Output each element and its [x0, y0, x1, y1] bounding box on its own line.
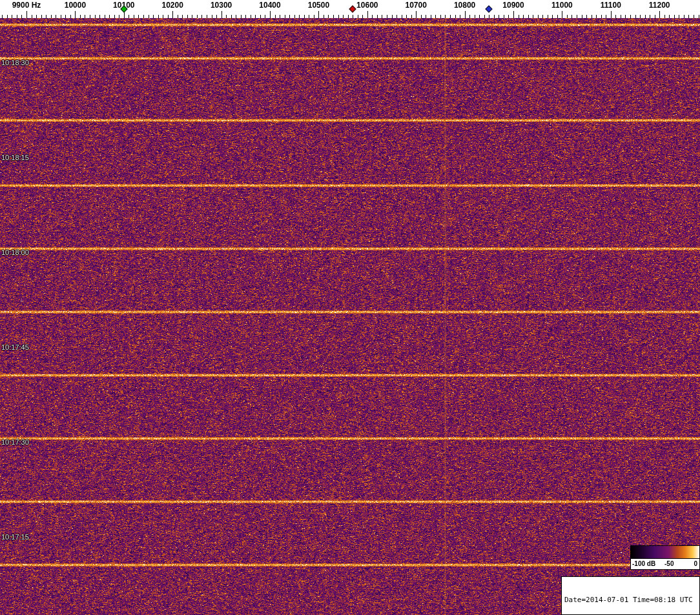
freq-axis-tick	[655, 15, 655, 18]
freq-axis-tick	[382, 15, 382, 18]
freq-axis-tick	[489, 15, 489, 18]
freq-axis-tick	[630, 15, 631, 18]
freq-axis-tick	[377, 15, 378, 18]
freq-axis-tick	[567, 15, 568, 18]
freq-axis-tick	[221, 11, 222, 18]
freq-axis-tick	[684, 15, 685, 18]
freq-axis-label: 10700	[406, 1, 427, 10]
legend-min-label: -100 dB	[632, 560, 655, 567]
freq-axis-tick	[158, 15, 159, 18]
freq-axis-tick	[699, 15, 699, 18]
freq-axis-tick	[367, 11, 368, 18]
freq-axis-tick	[7, 15, 8, 18]
freq-axis-tick	[149, 15, 149, 18]
freq-axis-tick	[280, 15, 280, 18]
freq-axis-tick	[168, 15, 169, 18]
freq-axis-tick	[201, 15, 202, 18]
freq-axis-tick	[99, 15, 100, 18]
freq-axis-tick	[475, 15, 475, 18]
freq-axis-tick	[236, 15, 236, 18]
freq-axis-tick	[411, 15, 412, 18]
freq-axis-tick	[304, 15, 305, 18]
freq-axis-tick	[538, 15, 539, 18]
freq-axis-tick	[640, 15, 641, 18]
freq-axis-label: 10500	[308, 1, 329, 10]
freq-axis-tick	[494, 15, 495, 18]
red-diamond-marker[interactable]	[349, 5, 356, 12]
freq-axis-tick	[621, 15, 621, 18]
freq-axis-tick	[314, 15, 314, 18]
freq-axis-tick	[557, 15, 558, 18]
frequency-axis: 9900 Hz100001010010200103001040010500106…	[0, 0, 700, 18]
freq-axis-tick	[528, 15, 529, 18]
freq-axis-tick	[455, 15, 456, 18]
freq-axis-label: 10900	[502, 1, 524, 10]
freq-axis-tick	[421, 15, 422, 18]
freq-axis-tick	[606, 15, 606, 18]
freq-axis-tick	[650, 15, 650, 18]
freq-axis-tick	[592, 15, 592, 18]
freq-axis-tick	[245, 15, 246, 18]
freq-axis-tick	[260, 15, 261, 18]
freq-axis-tick	[445, 15, 446, 18]
freq-axis-tick	[645, 15, 646, 18]
freq-axis-tick	[21, 15, 22, 18]
freq-axis-tick	[26, 11, 27, 18]
freq-axis-tick	[17, 15, 17, 18]
freq-axis-tick	[669, 15, 670, 18]
freq-axis-tick	[465, 11, 466, 18]
freq-axis-tick	[542, 15, 543, 18]
freq-axis-tick	[372, 15, 373, 18]
freq-axis-tick	[348, 15, 349, 18]
freq-axis-tick	[294, 15, 295, 18]
freq-axis-tick	[601, 15, 602, 18]
freq-axis-tick	[109, 15, 110, 18]
freq-axis-tick	[435, 15, 436, 18]
freq-axis-tick	[387, 15, 387, 18]
freq-axis-label: 10200	[162, 1, 183, 10]
freq-axis-label: 10600	[356, 1, 378, 10]
freq-axis-tick	[178, 15, 178, 18]
freq-axis-tick	[353, 15, 353, 18]
freq-axis-label: 10300	[211, 1, 232, 10]
freq-axis-tick	[212, 15, 212, 18]
freq-axis-tick	[285, 15, 285, 18]
freq-axis-tick	[143, 15, 144, 18]
freq-axis-tick	[508, 15, 509, 18]
freq-axis-tick	[270, 11, 271, 18]
freq-axis-tick	[85, 15, 85, 18]
info-date-time: Date=2014-07-01 Time=08:18 UTC	[564, 596, 697, 604]
freq-axis-tick	[577, 15, 577, 18]
freq-axis-label: 10000	[65, 1, 86, 10]
freq-axis-tick	[299, 15, 300, 18]
freq-axis-tick	[548, 15, 548, 18]
freq-axis-tick	[484, 15, 485, 18]
legend-mid-label: -50	[664, 560, 674, 567]
freq-axis-tick	[396, 15, 397, 18]
freq-axis-tick	[172, 11, 173, 18]
freq-axis-tick	[289, 15, 290, 18]
freq-axis-tick	[41, 15, 42, 18]
freq-axis-tick	[318, 11, 319, 18]
blue-diamond-marker[interactable]	[486, 5, 493, 12]
freq-axis-tick	[226, 15, 227, 18]
freq-axis-tick	[402, 15, 402, 18]
freq-axis-tick	[105, 15, 105, 18]
freq-axis-tick	[51, 15, 52, 18]
freq-axis-label: 11200	[649, 1, 670, 10]
freq-axis-tick	[513, 11, 514, 18]
freq-axis-tick	[192, 15, 192, 18]
spectrogram-canvas[interactable]	[0, 18, 700, 615]
spectrum-waterfall-display: 9900 Hz100001010010200103001040010500106…	[0, 0, 700, 615]
freq-axis-tick	[2, 15, 3, 18]
freq-axis-tick	[362, 15, 363, 18]
freq-axis-tick	[163, 15, 163, 18]
freq-axis-tick	[70, 15, 71, 18]
freq-axis-tick	[114, 15, 115, 18]
freq-axis-tick	[586, 15, 587, 18]
freq-axis-tick	[431, 15, 431, 18]
freq-axis-tick	[562, 11, 562, 18]
freq-axis-tick	[119, 15, 119, 18]
freq-axis-tick	[153, 15, 154, 18]
freq-axis-label: 10800	[454, 1, 475, 10]
